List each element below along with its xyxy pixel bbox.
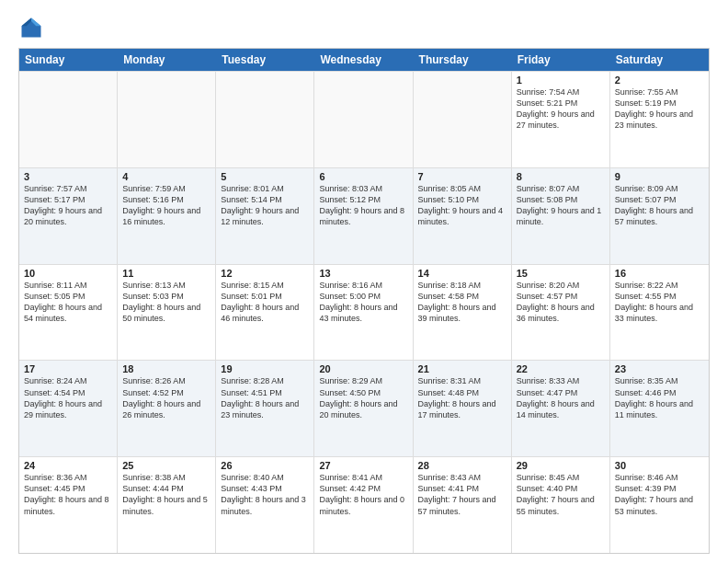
day-cell-15: 15Sunrise: 8:20 AMSunset: 4:57 PMDayligh…	[512, 265, 610, 361]
day-info: Sunrise: 8:24 AMSunset: 4:54 PMDaylight:…	[24, 375, 112, 420]
day-number: 25	[122, 460, 210, 471]
day-info: Sunrise: 8:03 AMSunset: 5:12 PMDaylight:…	[319, 183, 407, 228]
day-cell-2: 2Sunrise: 7:55 AMSunset: 5:19 PMDaylight…	[610, 72, 709, 167]
day-info: Sunrise: 8:43 AMSunset: 4:41 PMDaylight:…	[418, 472, 506, 517]
empty-cell	[414, 72, 512, 167]
day-info: Sunrise: 8:18 AMSunset: 4:58 PMDaylight:…	[418, 280, 506, 325]
day-info: Sunrise: 7:59 AMSunset: 5:16 PMDaylight:…	[122, 183, 210, 228]
day-number: 28	[418, 460, 506, 471]
day-number: 1	[517, 75, 605, 86]
day-info: Sunrise: 8:16 AMSunset: 5:00 PMDaylight:…	[319, 280, 407, 325]
day-number: 23	[615, 363, 704, 374]
day-cell-8: 8Sunrise: 8:07 AMSunset: 5:08 PMDaylight…	[512, 168, 610, 264]
day-cell-27: 27Sunrise: 8:41 AMSunset: 4:42 PMDayligh…	[314, 457, 413, 553]
day-cell-18: 18Sunrise: 8:26 AMSunset: 4:52 PMDayligh…	[118, 361, 216, 456]
day-number: 4	[122, 171, 210, 182]
logo	[18, 15, 48, 40]
day-cell-13: 13Sunrise: 8:16 AMSunset: 5:00 PMDayligh…	[314, 265, 413, 361]
day-cell-23: 23Sunrise: 8:35 AMSunset: 4:46 PMDayligh…	[610, 361, 709, 456]
calendar-row-2: 3Sunrise: 7:57 AMSunset: 5:17 PMDaylight…	[19, 167, 709, 264]
day-cell-5: 5Sunrise: 8:01 AMSunset: 5:14 PMDaylight…	[216, 168, 314, 264]
day-number: 16	[615, 268, 704, 279]
day-number: 9	[615, 171, 704, 182]
day-info: Sunrise: 8:35 AMSunset: 4:46 PMDaylight:…	[615, 375, 704, 420]
day-number: 19	[221, 363, 309, 374]
empty-cell	[19, 72, 118, 167]
day-number: 11	[122, 268, 210, 279]
day-number: 22	[517, 363, 605, 374]
day-cell-12: 12Sunrise: 8:15 AMSunset: 5:01 PMDayligh…	[216, 265, 314, 361]
day-number: 15	[517, 268, 605, 279]
day-info: Sunrise: 8:41 AMSunset: 4:42 PMDaylight:…	[319, 472, 407, 517]
day-number: 27	[319, 460, 407, 471]
day-info: Sunrise: 7:57 AMSunset: 5:17 PMDaylight:…	[24, 183, 112, 228]
day-number: 5	[221, 171, 309, 182]
day-number: 26	[221, 460, 309, 471]
day-cell-3: 3Sunrise: 7:57 AMSunset: 5:17 PMDaylight…	[19, 168, 118, 264]
day-cell-17: 17Sunrise: 8:24 AMSunset: 4:54 PMDayligh…	[19, 361, 118, 456]
empty-cell	[314, 72, 413, 167]
day-number: 21	[418, 363, 506, 374]
day-info: Sunrise: 8:13 AMSunset: 5:03 PMDaylight:…	[122, 280, 210, 325]
day-cell-29: 29Sunrise: 8:45 AMSunset: 4:40 PMDayligh…	[512, 457, 610, 553]
day-cell-7: 7Sunrise: 8:05 AMSunset: 5:10 PMDaylight…	[414, 168, 512, 264]
header-day-tuesday: Tuesday	[216, 49, 314, 71]
day-info: Sunrise: 8:11 AMSunset: 5:05 PMDaylight:…	[24, 280, 112, 325]
day-number: 12	[221, 268, 309, 279]
day-cell-28: 28Sunrise: 8:43 AMSunset: 4:41 PMDayligh…	[414, 457, 512, 553]
day-cell-21: 21Sunrise: 8:31 AMSunset: 4:48 PMDayligh…	[414, 361, 512, 456]
day-number: 6	[319, 171, 407, 182]
calendar: SundayMondayTuesdayWednesdayThursdayFrid…	[18, 48, 710, 554]
day-cell-30: 30Sunrise: 8:46 AMSunset: 4:39 PMDayligh…	[610, 457, 709, 553]
page: SundayMondayTuesdayWednesdayThursdayFrid…	[0, 0, 728, 563]
day-cell-11: 11Sunrise: 8:13 AMSunset: 5:03 PMDayligh…	[118, 265, 216, 361]
day-number: 2	[615, 75, 704, 86]
day-info: Sunrise: 8:40 AMSunset: 4:43 PMDaylight:…	[221, 472, 309, 517]
day-cell-20: 20Sunrise: 8:29 AMSunset: 4:50 PMDayligh…	[314, 361, 413, 456]
day-number: 29	[517, 460, 605, 471]
day-info: Sunrise: 8:36 AMSunset: 4:45 PMDaylight:…	[24, 472, 112, 517]
day-info: Sunrise: 7:54 AMSunset: 5:21 PMDaylight:…	[517, 86, 605, 132]
day-info: Sunrise: 8:22 AMSunset: 4:55 PMDaylight:…	[615, 280, 704, 325]
day-info: Sunrise: 8:20 AMSunset: 4:57 PMDaylight:…	[517, 280, 605, 325]
calendar-body: 1Sunrise: 7:54 AMSunset: 5:21 PMDaylight…	[19, 71, 709, 553]
day-info: Sunrise: 8:07 AMSunset: 5:08 PMDaylight:…	[517, 183, 605, 228]
day-cell-16: 16Sunrise: 8:22 AMSunset: 4:55 PMDayligh…	[610, 265, 709, 361]
day-number: 10	[24, 268, 112, 279]
day-cell-25: 25Sunrise: 8:38 AMSunset: 4:44 PMDayligh…	[118, 457, 216, 553]
day-cell-22: 22Sunrise: 8:33 AMSunset: 4:47 PMDayligh…	[512, 361, 610, 456]
empty-cell	[216, 72, 314, 167]
day-cell-4: 4Sunrise: 7:59 AMSunset: 5:16 PMDaylight…	[118, 168, 216, 264]
header-day-sunday: Sunday	[19, 49, 118, 71]
empty-cell	[118, 72, 216, 167]
day-info: Sunrise: 8:38 AMSunset: 4:44 PMDaylight:…	[122, 472, 210, 517]
calendar-header: SundayMondayTuesdayWednesdayThursdayFrid…	[19, 49, 709, 71]
day-info: Sunrise: 8:09 AMSunset: 5:07 PMDaylight:…	[615, 183, 704, 228]
day-cell-6: 6Sunrise: 8:03 AMSunset: 5:12 PMDaylight…	[314, 168, 413, 264]
day-info: Sunrise: 8:31 AMSunset: 4:48 PMDaylight:…	[418, 375, 506, 420]
day-number: 8	[517, 171, 605, 182]
calendar-row-1: 1Sunrise: 7:54 AMSunset: 5:21 PMDaylight…	[19, 71, 709, 167]
day-info: Sunrise: 8:45 AMSunset: 4:40 PMDaylight:…	[517, 472, 605, 517]
day-info: Sunrise: 8:15 AMSunset: 5:01 PMDaylight:…	[221, 280, 309, 325]
day-number: 18	[122, 363, 210, 374]
day-number: 13	[319, 268, 407, 279]
day-cell-24: 24Sunrise: 8:36 AMSunset: 4:45 PMDayligh…	[19, 457, 118, 553]
day-cell-1: 1Sunrise: 7:54 AMSunset: 5:21 PMDaylight…	[512, 72, 610, 167]
day-cell-26: 26Sunrise: 8:40 AMSunset: 4:43 PMDayligh…	[216, 457, 314, 553]
header-day-monday: Monday	[118, 49, 216, 71]
day-info: Sunrise: 8:26 AMSunset: 4:52 PMDaylight:…	[122, 375, 210, 420]
header-day-saturday: Saturday	[610, 49, 709, 71]
day-number: 30	[615, 460, 704, 471]
header-day-friday: Friday	[512, 49, 610, 71]
day-info: Sunrise: 7:55 AMSunset: 5:19 PMDaylight:…	[615, 86, 704, 132]
day-number: 3	[24, 171, 112, 182]
day-info: Sunrise: 8:33 AMSunset: 4:47 PMDaylight:…	[517, 375, 605, 420]
day-info: Sunrise: 8:29 AMSunset: 4:50 PMDaylight:…	[319, 375, 407, 420]
day-number: 24	[24, 460, 112, 471]
day-cell-14: 14Sunrise: 8:18 AMSunset: 4:58 PMDayligh…	[414, 265, 512, 361]
day-info: Sunrise: 8:05 AMSunset: 5:10 PMDaylight:…	[418, 183, 506, 228]
calendar-row-5: 24Sunrise: 8:36 AMSunset: 4:45 PMDayligh…	[19, 456, 709, 553]
day-info: Sunrise: 8:01 AMSunset: 5:14 PMDaylight:…	[221, 183, 309, 228]
day-cell-10: 10Sunrise: 8:11 AMSunset: 5:05 PMDayligh…	[19, 265, 118, 361]
